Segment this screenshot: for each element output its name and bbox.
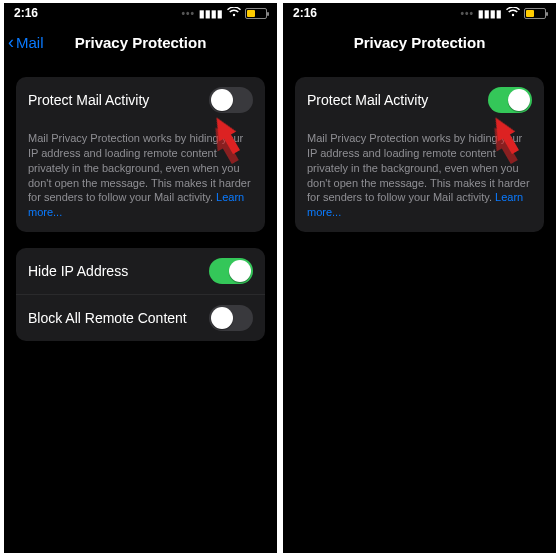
status-time: 2:16: [14, 6, 38, 20]
status-bar: 2:16 ••• ▮▮▮▮: [283, 3, 556, 23]
back-label: Mail: [16, 34, 44, 51]
group-protect: Protect Mail Activity Mail Privacy Prote…: [295, 77, 544, 232]
block-remote-toggle[interactable]: [209, 305, 253, 331]
battery-icon: [524, 8, 546, 19]
row-hide-ip[interactable]: Hide IP Address: [16, 248, 265, 294]
hide-ip-toggle[interactable]: [209, 258, 253, 284]
chevron-left-icon: ‹: [8, 33, 14, 51]
status-icons: ••• ▮▮▮▮: [181, 7, 267, 19]
row-label: Hide IP Address: [28, 263, 128, 279]
page-title: Privacy Protection: [4, 34, 277, 51]
row-block-remote[interactable]: Block All Remote Content: [16, 294, 265, 341]
cell-signal-icon: ▮▮▮▮: [199, 8, 223, 19]
protect-mail-activity-toggle[interactable]: [209, 87, 253, 113]
recording-dots-icon: •••: [181, 8, 195, 19]
protect-mail-activity-toggle[interactable]: [488, 87, 532, 113]
battery-icon: [245, 8, 267, 19]
cell-signal-icon: ▮▮▮▮: [478, 8, 502, 19]
status-bar: 2:16 ••• ▮▮▮▮: [4, 3, 277, 23]
row-label: Block All Remote Content: [28, 310, 187, 326]
row-label: Protect Mail Activity: [28, 92, 149, 108]
row-label: Protect Mail Activity: [307, 92, 428, 108]
group-options: Hide IP Address Block All Remote Content: [16, 248, 265, 341]
screenshot-right: 2:16 ••• ▮▮▮▮ ‹Mail Privacy Protection P…: [283, 3, 556, 553]
recording-dots-icon: •••: [460, 8, 474, 19]
back-button[interactable]: ‹ Mail: [4, 33, 44, 51]
wifi-icon: [506, 7, 520, 19]
nav-bar: ‹ Mail Privacy Protection: [4, 23, 277, 61]
nav-bar: ‹Mail Privacy Protection: [283, 23, 556, 61]
status-time: 2:16: [293, 6, 317, 20]
group-protect: Protect Mail Activity Mail Privacy Prote…: [16, 77, 265, 232]
screenshot-left: 2:16 ••• ▮▮▮▮ ‹ Mail Privacy Protection …: [4, 3, 277, 553]
wifi-icon: [227, 7, 241, 19]
status-icons: ••• ▮▮▮▮: [460, 7, 546, 19]
page-title: Privacy Protection: [283, 34, 556, 51]
